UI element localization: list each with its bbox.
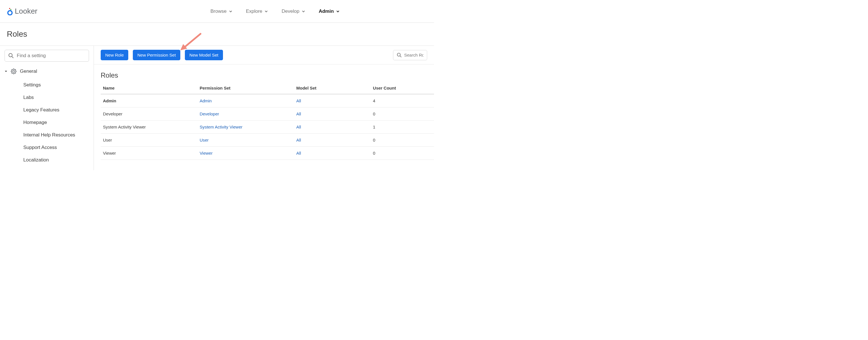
user-count: 1 (371, 121, 434, 134)
svg-line-8 (400, 56, 402, 57)
nav-label: Explore (246, 8, 262, 14)
action-bar: New Role New Permission Set New Model Se… (94, 46, 434, 65)
new-model-set-button[interactable]: New Model Set (185, 50, 223, 60)
table-row[interactable]: System Activity Viewer System Activity V… (101, 121, 434, 134)
table-row[interactable]: User User All 0 (101, 134, 434, 147)
svg-point-0 (9, 8, 10, 9)
col-user-count[interactable]: User Count (371, 82, 434, 94)
search-roles[interactable] (393, 50, 427, 60)
col-permission-set[interactable]: Permission Set (197, 82, 294, 94)
brand-logo[interactable]: Looker (7, 7, 37, 16)
sidebar-item-internal-help-resources[interactable]: Internal Help Resources (23, 129, 89, 141)
user-count: 4 (371, 94, 434, 107)
section-title: Roles (94, 65, 434, 82)
chevron-down-icon (336, 10, 340, 13)
svg-point-2 (8, 10, 12, 15)
role-name: Admin (101, 94, 197, 107)
search-icon (397, 53, 402, 58)
sidebar-group-general[interactable]: General (5, 67, 89, 76)
nav-admin[interactable]: Admin (319, 8, 340, 14)
role-name: Developer (101, 107, 197, 121)
table-row[interactable]: Admin Admin All 4 (101, 94, 434, 107)
brand-name: Looker (15, 7, 37, 16)
permission-set-link[interactable]: System Activity Viewer (200, 125, 243, 129)
sidebar-item-settings[interactable]: Settings (23, 79, 89, 91)
sidebar-item-support-access[interactable]: Support Access (23, 141, 89, 154)
looker-logo-icon (7, 7, 13, 16)
body: General Settings Labs Legacy Features Ho… (0, 46, 434, 170)
nav-label: Admin (319, 8, 334, 14)
model-set-link[interactable]: All (296, 98, 301, 103)
svg-point-1 (10, 9, 11, 10)
nav-items: Browse Explore Develop Admin (125, 8, 340, 14)
user-count: 0 (371, 147, 434, 160)
user-count: 0 (371, 134, 434, 147)
table-row[interactable]: Developer Developer All 0 (101, 107, 434, 121)
model-set-link[interactable]: All (296, 125, 301, 129)
role-name: System Activity Viewer (101, 121, 197, 134)
search-roles-input[interactable] (404, 53, 424, 57)
permission-set-link[interactable]: Admin (200, 98, 212, 103)
role-name: Viewer (101, 147, 197, 160)
sidebar-item-localization[interactable]: Localization (23, 154, 89, 166)
sidebar-item-legacy-features[interactable]: Legacy Features (23, 104, 89, 116)
svg-point-3 (9, 54, 12, 57)
svg-point-7 (397, 53, 400, 56)
chevron-down-icon (265, 10, 268, 13)
model-set-link[interactable]: All (296, 137, 301, 143)
new-role-button[interactable]: New Role (101, 50, 128, 60)
chevron-down-icon (229, 10, 232, 13)
search-input[interactable] (17, 53, 85, 59)
page-title: Roles (7, 30, 427, 39)
table-header-row: Name Permission Set Model Set User Count (101, 82, 434, 94)
sidebar-search[interactable] (5, 50, 89, 62)
sidebar: General Settings Labs Legacy Features Ho… (0, 46, 94, 170)
top-nav: Looker Browse Explore Develop Admin (0, 0, 434, 23)
model-set-link[interactable]: All (296, 112, 301, 116)
permission-set-link[interactable]: User (200, 137, 209, 143)
nav-browse[interactable]: Browse (211, 8, 232, 14)
gear-icon (11, 68, 17, 74)
sidebar-item-labs[interactable]: Labs (23, 91, 89, 104)
col-model-set[interactable]: Model Set (294, 82, 371, 94)
table-row[interactable]: Viewer Viewer All 0 (101, 147, 434, 160)
permission-set-link[interactable]: Developer (200, 112, 219, 116)
nav-label: Develop (282, 8, 299, 14)
model-set-link[interactable]: All (296, 151, 301, 155)
role-name: User (101, 134, 197, 147)
sidebar-items: Settings Labs Legacy Features Homepage I… (5, 79, 89, 166)
search-icon (8, 53, 14, 59)
sidebar-item-homepage[interactable]: Homepage (23, 116, 89, 129)
caret-down-icon (5, 70, 7, 73)
main-content: New Role New Permission Set New Model Se… (94, 46, 434, 170)
col-name[interactable]: Name (101, 82, 197, 94)
svg-line-4 (12, 57, 13, 58)
roles-table: Name Permission Set Model Set User Count… (101, 82, 434, 160)
permission-set-link[interactable]: Viewer (200, 151, 213, 155)
sidebar-group-label: General (20, 68, 37, 74)
nav-label: Browse (211, 8, 227, 14)
nav-explore[interactable]: Explore (246, 8, 268, 14)
page-title-bar: Roles (0, 23, 434, 46)
chevron-down-icon (302, 10, 305, 13)
user-count: 0 (371, 107, 434, 121)
nav-develop[interactable]: Develop (282, 8, 305, 14)
new-permission-set-button[interactable]: New Permission Set (133, 50, 180, 60)
